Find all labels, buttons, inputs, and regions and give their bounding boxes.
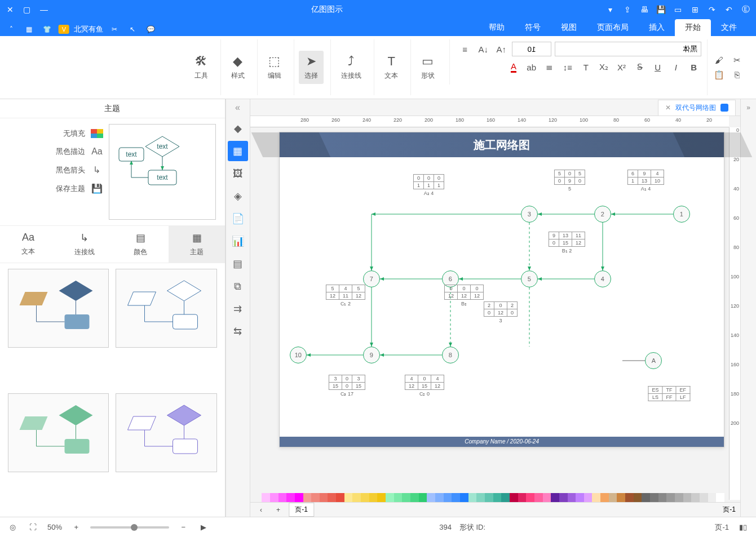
color-swatch[interactable] <box>518 493 527 502</box>
color-swatch[interactable] <box>344 493 353 502</box>
align-para-icon[interactable]: ≡ <box>458 42 472 56</box>
menu-symbols[interactable]: 符号 <box>515 19 551 36</box>
font-grow-icon[interactable]: A↑ <box>494 42 509 56</box>
pointer-icon[interactable]: ↖ <box>126 23 139 36</box>
color-swatch[interactable] <box>543 493 551 502</box>
select-button[interactable]: ➤选择 <box>299 51 324 84</box>
copy-icon[interactable]: ⎘ <box>730 68 745 82</box>
open-icon[interactable]: ▭ <box>671 3 685 16</box>
undo-icon[interactable]: ↶ <box>722 3 736 16</box>
color-swatch[interactable] <box>262 493 270 502</box>
diagram-node[interactable]: 1 <box>673 206 690 223</box>
color-swatch[interactable] <box>625 493 634 502</box>
new-icon[interactable]: ⊞ <box>688 3 702 16</box>
superscript-icon[interactable]: X² <box>614 60 629 74</box>
shape-button[interactable]: ▭形状 <box>415 51 440 84</box>
color-swatch[interactable] <box>460 493 468 502</box>
page-list-label[interactable]: 页-1 <box>723 505 736 514</box>
menu-view[interactable]: 视图 <box>551 19 587 36</box>
color-swatch[interactable] <box>691 493 700 502</box>
color-swatch[interactable] <box>476 493 485 502</box>
theme-card[interactable] <box>116 269 218 348</box>
subscript-icon[interactable]: X₂ <box>596 60 611 74</box>
zoom-out-icon[interactable]: − <box>177 521 189 534</box>
diagram-node[interactable]: A <box>645 352 662 369</box>
color-swatch[interactable] <box>361 493 369 502</box>
close-icon[interactable]: ✕ <box>3 3 17 16</box>
opt-save-theme[interactable]: 💾保存主题 <box>9 183 103 194</box>
color-swatch[interactable] <box>394 493 403 502</box>
tools-button[interactable]: 🛠工具 <box>189 51 214 84</box>
color-swatch[interactable] <box>708 493 717 502</box>
color-swatch[interactable] <box>510 493 518 502</box>
bullets-icon[interactable]: ≣ <box>542 60 557 74</box>
color-swatch[interactable] <box>642 493 650 502</box>
diagram-node[interactable]: 9 <box>363 347 380 363</box>
color-swatch[interactable] <box>452 493 460 502</box>
color-swatch[interactable] <box>700 493 708 502</box>
color-swatch[interactable] <box>328 493 337 502</box>
theme-card[interactable] <box>116 393 218 472</box>
theme-card[interactable] <box>8 393 109 472</box>
minimize-icon[interactable]: ― <box>37 3 51 16</box>
tab-connector[interactable]: ↳连接线 <box>56 226 113 263</box>
side-table-icon[interactable]: ▤ <box>228 254 248 274</box>
side-notes-icon[interactable]: 📄 <box>228 208 248 229</box>
side-theme-icon[interactable]: ▦ <box>228 141 248 161</box>
side-group-icon[interactable]: ⧉ <box>228 276 248 296</box>
color-swatch[interactable] <box>286 493 295 502</box>
color-swatch[interactable] <box>419 493 427 502</box>
color-swatch[interactable] <box>600 493 609 502</box>
play-icon[interactable]: ▶ <box>197 521 210 534</box>
page-prev-icon[interactable]: ‹ <box>255 504 267 516</box>
qat-more-icon[interactable]: ▾ <box>604 3 617 16</box>
strike-icon[interactable]: S̶ <box>633 60 647 74</box>
fit-page-icon[interactable]: ⛶ <box>27 521 39 534</box>
color-swatch[interactable] <box>320 493 328 502</box>
color-swatch[interactable] <box>468 493 477 502</box>
menu-start[interactable]: 开始 <box>675 19 711 36</box>
side-chart-icon[interactable]: 📊 <box>228 231 248 251</box>
page-tab-1[interactable]: 页-1 <box>289 503 314 517</box>
color-swatch[interactable] <box>650 493 658 502</box>
maximize-icon[interactable]: ▢ <box>20 3 34 16</box>
color-swatch[interactable] <box>634 493 642 502</box>
focus-icon[interactable]: ◎ <box>7 521 19 534</box>
tab-color[interactable]: ▤颜色 <box>113 226 169 263</box>
menu-file[interactable]: 文件 <box>711 19 747 36</box>
diagram-node[interactable]: 8 <box>442 347 459 363</box>
color-swatch[interactable] <box>444 493 452 502</box>
color-swatch[interactable] <box>377 493 386 502</box>
font-size-select[interactable] <box>512 42 551 56</box>
theme-card[interactable] <box>8 269 109 348</box>
text-highlight-icon[interactable]: T <box>578 60 593 74</box>
line-spacing-icon[interactable]: ↕≡ <box>560 60 575 74</box>
color-swatch[interactable] <box>716 493 724 502</box>
layout-mode-icon[interactable]: ▮▯ <box>737 521 749 534</box>
color-swatch[interactable] <box>427 493 435 502</box>
color-swatch[interactable] <box>369 493 378 502</box>
color-swatch[interactable] <box>352 493 361 502</box>
color-swatch[interactable] <box>551 493 559 502</box>
paint-icon[interactable]: 🖌 <box>712 53 727 68</box>
print-icon[interactable]: 🖶 <box>638 3 651 16</box>
color-swatch[interactable] <box>666 493 675 502</box>
cut-icon[interactable]: ✂ <box>730 53 745 68</box>
edit-button[interactable]: ⬚编辑 <box>262 51 287 84</box>
color-swatch[interactable] <box>435 493 444 502</box>
color-swatch[interactable] <box>493 493 502 502</box>
color-swatch[interactable] <box>402 493 410 502</box>
style-button[interactable]: ◆样式 <box>226 51 250 84</box>
side-align-icon[interactable]: ⇉ <box>228 299 248 319</box>
collapse-ribbon-icon[interactable]: ˄ <box>5 23 18 36</box>
paste-icon[interactable]: 📋 <box>712 68 727 82</box>
zoom-slider[interactable] <box>90 526 169 529</box>
zoom-in-icon[interactable]: + <box>70 521 82 534</box>
opt-no-fill[interactable]: 无填充 <box>9 128 103 139</box>
connector-button[interactable]: ⤴连接线 <box>335 51 367 84</box>
diagram-node[interactable]: 10 <box>290 347 307 363</box>
tshirt-icon[interactable]: 👕 <box>41 23 54 36</box>
color-swatch[interactable] <box>386 493 394 502</box>
canvas-page[interactable]: 施工网络图 <box>279 132 724 447</box>
comment-icon[interactable]: 💬 <box>144 23 157 36</box>
